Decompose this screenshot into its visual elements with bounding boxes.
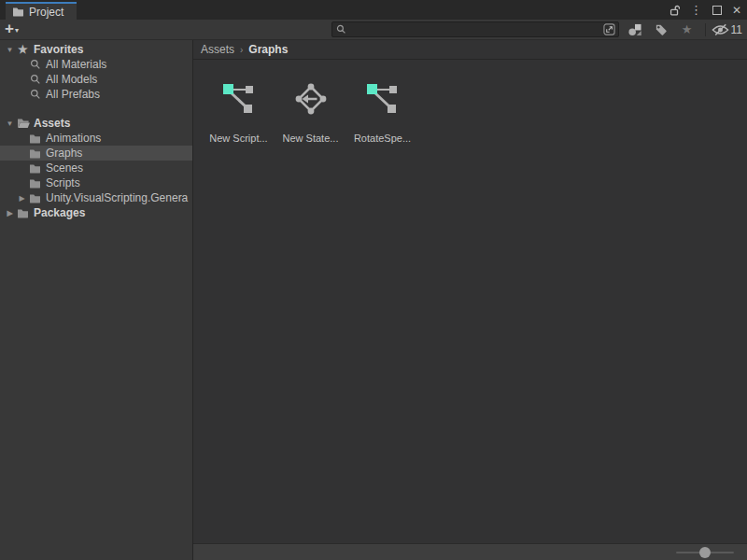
foldout-expanded-icon[interactable]: ▼ — [4, 119, 16, 128]
status-bar — [193, 543, 747, 560]
eye-slash-icon — [712, 23, 729, 36]
breadcrumb: Assets › Graphs — [193, 40, 747, 60]
breadcrumb-graphs[interactable]: Graphs — [248, 43, 288, 56]
item-label: Graphs — [46, 147, 82, 160]
sidebar-item-all-models[interactable]: All Models — [0, 72, 192, 87]
foldout-expanded-icon[interactable]: ▼ — [4, 46, 16, 54]
search-field[interactable] — [331, 21, 619, 37]
open-search-window-icon[interactable] — [603, 23, 616, 35]
tab-project[interactable]: Project — [6, 2, 77, 20]
folder-icon — [28, 193, 42, 203]
item-label: All Prefabs — [46, 88, 100, 101]
asset-grid-panel: Assets › Graphs New Script — [193, 40, 747, 560]
hidden-items-toggle[interactable]: 11 — [712, 23, 742, 36]
state-graph-icon — [292, 80, 330, 118]
asset-label: RotateSpe... — [354, 133, 411, 144]
item-label: All Models — [46, 73, 97, 86]
folder-icon — [28, 178, 42, 189]
section-label: Favorites — [34, 43, 83, 56]
script-graph-icon — [220, 80, 258, 118]
unlock-icon[interactable] — [669, 5, 680, 16]
sidebar-item-unity-visualscripting[interactable]: ▶ Unity.VisualScripting.Genera — [0, 190, 192, 205]
asset-label: New Script... — [209, 133, 267, 144]
star-icon: ★ — [16, 44, 30, 55]
sidebar-item-all-materials[interactable]: All Materials — [0, 57, 192, 72]
asset-rotatespeed-graph[interactable]: RotateSpe... — [346, 80, 418, 144]
create-button[interactable]: + ▾ — [5, 22, 19, 36]
tab-bar: Project ⋮ ✕ — [0, 0, 747, 20]
project-window: Project ⋮ ✕ + ▾ — [0, 0, 747, 560]
breadcrumb-assets[interactable]: Assets — [201, 43, 234, 56]
folder-icon — [16, 208, 30, 218]
folder-icon — [28, 163, 42, 174]
sidebar-item-animations[interactable]: Animations — [0, 131, 192, 146]
search-input[interactable] — [349, 23, 600, 35]
item-label: Scenes — [46, 161, 83, 175]
hidden-count: 11 — [731, 23, 742, 36]
foldout-collapsed-icon[interactable]: ▶ — [4, 209, 16, 217]
sidebar-item-graphs[interactable]: Graphs — [0, 146, 192, 161]
folder-icon — [28, 148, 42, 159]
folder-tree-panel: ▼ ★ Favorites All Materials All Models — [0, 40, 193, 560]
tab-title: Project — [29, 6, 63, 19]
asset-label: New State... — [283, 133, 339, 144]
search-icon — [336, 24, 346, 35]
script-graph-icon — [364, 80, 402, 118]
item-label: Animations — [46, 132, 101, 145]
sidebar-item-scenes[interactable]: Scenes — [0, 161, 192, 175]
search-query-icon — [28, 59, 42, 70]
sidebar-section-packages[interactable]: ▶ Packages — [0, 205, 192, 220]
asset-new-script-graph[interactable]: New Script... — [203, 80, 275, 144]
plus-icon: + — [5, 21, 14, 36]
folder-icon — [12, 7, 24, 17]
item-label: All Materials — [46, 58, 106, 71]
chevron-right-icon: › — [240, 45, 243, 55]
close-icon[interactable]: ✕ — [732, 5, 741, 16]
project-toolbar: + ▾ ★ 11 — [0, 20, 747, 40]
thumbnail-zoom-slider[interactable] — [676, 544, 734, 560]
filter-by-label-icon[interactable] — [651, 21, 671, 38]
folder-icon — [28, 133, 42, 144]
window-controls: ⋮ ✕ — [669, 0, 741, 20]
search-query-icon — [28, 74, 42, 85]
menu-kebab-icon[interactable]: ⋮ — [690, 4, 702, 16]
sidebar-item-all-prefabs[interactable]: All Prefabs — [0, 87, 192, 102]
folder-open-icon — [16, 118, 30, 129]
item-label: Scripts — [46, 176, 80, 189]
favorites-star-icon[interactable]: ★ — [677, 21, 698, 38]
asset-new-state-graph[interactable]: New State... — [275, 80, 346, 144]
sidebar-section-assets[interactable]: ▼ Assets — [0, 116, 192, 131]
chevron-down-icon: ▾ — [15, 26, 19, 35]
sidebar-item-scripts[interactable]: Scripts — [0, 175, 192, 190]
section-label: Packages — [34, 206, 85, 219]
asset-grid[interactable]: New Script... New — [193, 60, 747, 543]
search-query-icon — [28, 89, 42, 100]
toolbar-separator — [705, 23, 706, 36]
foldout-collapsed-icon[interactable]: ▶ — [16, 194, 28, 203]
item-label: Unity.VisualScripting.Genera — [46, 191, 188, 204]
filter-by-type-icon[interactable] — [625, 21, 645, 38]
slider-thumb[interactable] — [699, 547, 711, 558]
maximize-icon[interactable] — [712, 6, 722, 15]
sidebar-section-favorites[interactable]: ▼ ★ Favorites — [0, 42, 192, 57]
section-label: Assets — [34, 117, 70, 130]
